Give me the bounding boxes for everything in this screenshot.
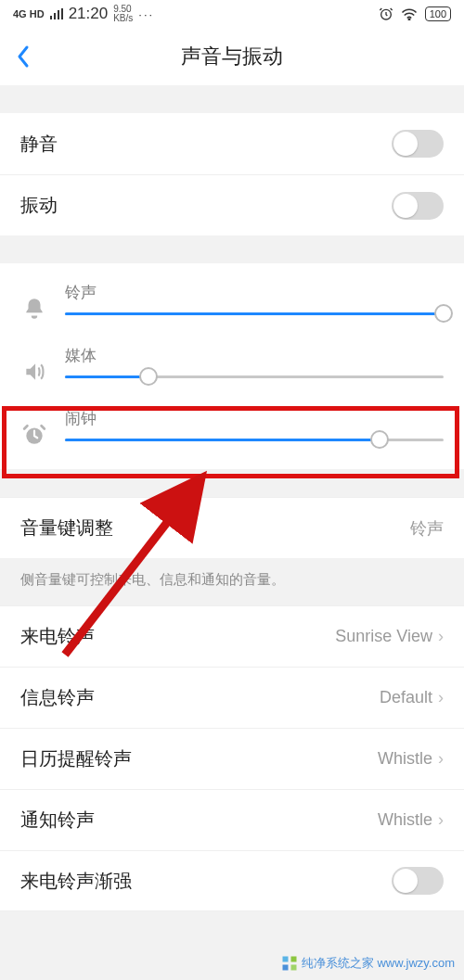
- svg-rect-3: [61, 8, 63, 19]
- chevron-right-icon: ›: [438, 810, 444, 830]
- status-bar: 4G HD 21:20 9.50 KB/s ··· 100: [0, 0, 464, 28]
- watermark-logo-icon: [281, 955, 298, 972]
- volume-key-value: 铃声: [410, 517, 444, 540]
- volume-key-description: 侧音量键可控制来电、信息和通知的音量。: [0, 558, 464, 605]
- clock-text: 21:20: [69, 5, 109, 23]
- watermark: 纯净系统之家 www.jwzy.com: [0, 947, 464, 980]
- notify-ringtone-row[interactable]: 通知铃声 Whistle›: [0, 789, 464, 850]
- media-slider[interactable]: [65, 375, 444, 378]
- fadein-label: 来电铃声渐强: [20, 869, 132, 894]
- volume-key-row[interactable]: 音量键调整 铃声: [0, 497, 464, 558]
- svg-point-5: [408, 19, 410, 20]
- bell-icon: [20, 295, 48, 323]
- message-ringtone-row[interactable]: 信息铃声 Default›: [0, 667, 464, 728]
- svg-rect-10: [282, 965, 288, 971]
- volume-key-label: 音量键调整: [20, 515, 113, 541]
- chevron-right-icon: ›: [438, 627, 444, 646]
- alarm-status-icon: [379, 6, 393, 21]
- ringtone-slider-label: 铃声: [65, 282, 444, 303]
- svg-rect-2: [58, 10, 59, 19]
- back-button[interactable]: [9, 43, 37, 70]
- vibrate-toggle[interactable]: [392, 192, 444, 220]
- vibrate-row[interactable]: 振动: [0, 174, 464, 235]
- signal-icon: [50, 8, 63, 19]
- svg-rect-0: [50, 16, 52, 19]
- media-volume-row: 媒体: [0, 337, 464, 401]
- chevron-right-icon: ›: [438, 749, 444, 769]
- alarm-slider[interactable]: [65, 439, 444, 441]
- notify-ringtone-label: 通知铃声: [20, 808, 95, 833]
- speaker-icon: [20, 358, 48, 386]
- ringtone-slider[interactable]: [65, 312, 444, 315]
- watermark-text: 纯净系统之家 www.jwzy.com: [302, 955, 455, 972]
- media-slider-label: 媒体: [65, 345, 444, 366]
- calendar-ringtone-row[interactable]: 日历提醒铃声 Whistle›: [0, 728, 464, 789]
- calendar-ringtone-label: 日历提醒铃声: [20, 746, 132, 771]
- silent-row[interactable]: 静音: [0, 113, 464, 174]
- alarm-volume-row: 闹钟: [0, 401, 464, 464]
- more-dots: ···: [138, 7, 154, 21]
- alarm-slider-label: 闹钟: [65, 408, 444, 429]
- wifi-icon: [401, 7, 418, 20]
- chevron-right-icon: ›: [438, 688, 444, 707]
- svg-rect-11: [290, 965, 296, 971]
- message-ringtone-label: 信息铃声: [20, 685, 95, 710]
- alarm-icon: [20, 421, 48, 449]
- calendar-ringtone-value: Whistle: [378, 749, 432, 769]
- network-indicator: 4G HD: [13, 8, 45, 19]
- incoming-ringtone-label: 来电铃声: [20, 624, 95, 649]
- volume-sliders-section: 铃声 媒体 闹钟: [0, 263, 464, 469]
- ringtone-volume-row: 铃声: [0, 274, 464, 337]
- vibrate-label: 振动: [20, 193, 58, 218]
- battery-indicator: 100: [425, 6, 451, 21]
- message-ringtone-value: Default: [380, 688, 432, 707]
- page-header: 声音与振动: [0, 28, 464, 85]
- notify-ringtone-value: Whistle: [378, 810, 432, 830]
- silent-toggle[interactable]: [392, 130, 444, 158]
- fadein-row[interactable]: 来电铃声渐强: [0, 850, 464, 911]
- svg-rect-8: [282, 957, 288, 962]
- incoming-ringtone-value: Sunrise View: [335, 627, 432, 646]
- fadein-toggle[interactable]: [392, 867, 444, 895]
- svg-rect-1: [54, 13, 56, 19]
- silent-label: 静音: [20, 132, 58, 157]
- page-title: 声音与振动: [0, 43, 464, 70]
- kbps-unit: KB/s: [113, 14, 133, 23]
- incoming-ringtone-row[interactable]: 来电铃声 Sunrise View›: [0, 605, 464, 667]
- svg-rect-9: [290, 957, 296, 962]
